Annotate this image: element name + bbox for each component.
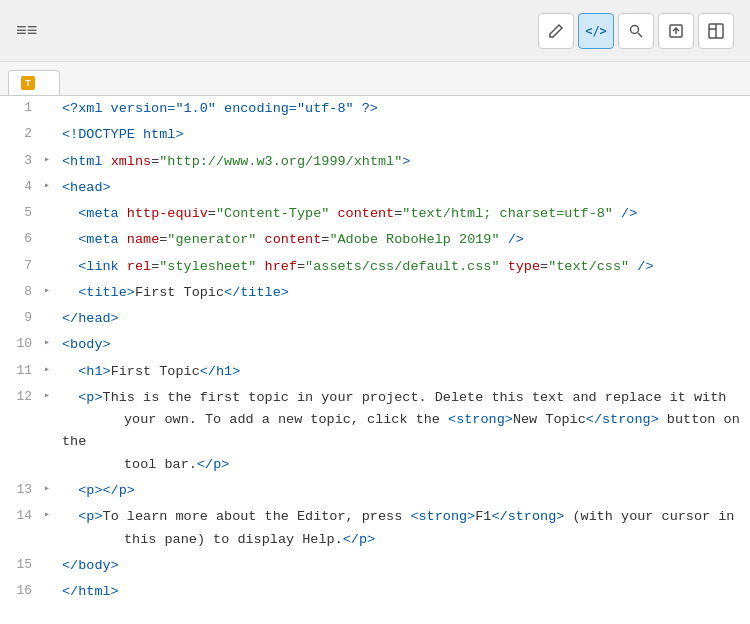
code-line-content[interactable]: <p>To learn more about the Editor, press… [62, 504, 750, 553]
line-number: 15 [0, 553, 44, 576]
code-line-content[interactable]: <p>This is the first topic in your proje… [62, 385, 750, 478]
fold-arrow-icon[interactable]: ▸ [44, 389, 50, 401]
code-line-content[interactable]: <meta http-equiv="Content-Type" content=… [62, 201, 750, 227]
code-row: 6 <meta name="generator" content="Adobe … [0, 227, 750, 253]
gutter-fold[interactable]: ▸ [44, 385, 62, 401]
fold-arrow-icon[interactable]: ▸ [44, 482, 50, 494]
code-line-content[interactable]: <title>First Topic</title> [62, 280, 750, 306]
line-number: 3 [0, 149, 44, 172]
line-number: 12 [0, 385, 44, 408]
code-line-content[interactable]: <p></p> [62, 478, 750, 504]
code-line-content[interactable]: <h1>First Topic</h1> [62, 359, 750, 385]
code-row: 14▸ <p>To learn more about the Editor, p… [0, 504, 750, 553]
gutter-fold[interactable]: ▸ [44, 332, 62, 348]
gutter-fold[interactable]: ▸ [44, 478, 62, 494]
line-number: 8 [0, 280, 44, 303]
fold-arrow-icon[interactable]: ▸ [44, 179, 50, 191]
code-row: 10▸<body> [0, 332, 750, 358]
line-number: 1 [0, 96, 44, 119]
gutter-fold[interactable]: ▸ [44, 175, 62, 191]
search-icon [628, 23, 644, 39]
line-number: 10 [0, 332, 44, 355]
gutter-fold [44, 553, 62, 557]
line-number: 7 [0, 254, 44, 277]
code-line-content[interactable]: </body> [62, 553, 750, 579]
code-button[interactable]: </> [578, 13, 614, 49]
code-row: 11▸ <h1>First Topic</h1> [0, 359, 750, 385]
code-row: 12▸ <p>This is the first topic in your p… [0, 385, 750, 478]
fold-arrow-icon[interactable]: ▸ [44, 508, 50, 520]
toolbar: ≡≡ </> [0, 0, 750, 62]
code-line-content[interactable]: <link rel="stylesheet" href="assets/css/… [62, 254, 750, 280]
code-line-content[interactable]: <!DOCTYPE html> [62, 122, 750, 148]
line-number: 9 [0, 306, 44, 329]
code-row: 9</head> [0, 306, 750, 332]
fold-arrow-icon[interactable]: ▸ [44, 336, 50, 348]
line-number: 2 [0, 122, 44, 145]
line-number: 4 [0, 175, 44, 198]
code-row: 16</html> [0, 579, 750, 605]
line-number: 13 [0, 478, 44, 501]
code-editor: 1<?xml version="1.0" encoding="utf-8" ?>… [0, 96, 750, 624]
code-line-content[interactable]: <html xmlns="http://www.w3.org/1999/xhtm… [62, 149, 750, 175]
code-row: 8▸ <title>First Topic</title> [0, 280, 750, 306]
line-number: 6 [0, 227, 44, 250]
edit-icon [548, 23, 564, 39]
code-row: 2<!DOCTYPE html> [0, 122, 750, 148]
gutter-fold [44, 227, 62, 231]
list-icon: ≡≡ [16, 21, 38, 41]
layout-button[interactable] [698, 13, 734, 49]
code-line-content[interactable]: </head> [62, 306, 750, 332]
fold-arrow-icon[interactable]: ▸ [44, 153, 50, 165]
toolbar-right: </> [538, 13, 734, 49]
code-row: 15</body> [0, 553, 750, 579]
line-number: 14 [0, 504, 44, 527]
gutter-fold [44, 122, 62, 126]
gutter-fold [44, 96, 62, 100]
line-number: 11 [0, 359, 44, 382]
layout-icon [708, 23, 724, 39]
gutter-fold [44, 306, 62, 310]
code-row: 5 <meta http-equiv="Content-Type" conten… [0, 201, 750, 227]
code-view-icon: </> [585, 24, 607, 38]
code-line-content[interactable]: <head> [62, 175, 750, 201]
gutter-fold[interactable]: ▸ [44, 359, 62, 375]
tab-file-icon: T [21, 76, 35, 90]
code-row: 13▸ <p></p> [0, 478, 750, 504]
gutter-fold [44, 201, 62, 205]
tab-bar: T [0, 62, 750, 96]
svg-line-1 [638, 33, 642, 37]
code-line-content[interactable]: <body> [62, 332, 750, 358]
fold-arrow-icon[interactable]: ▸ [44, 284, 50, 296]
code-row: 7 <link rel="stylesheet" href="assets/cs… [0, 254, 750, 280]
export-button[interactable] [658, 13, 694, 49]
edit-button[interactable] [538, 13, 574, 49]
fold-arrow-icon[interactable]: ▸ [44, 363, 50, 375]
code-row: 1<?xml version="1.0" encoding="utf-8" ?> [0, 96, 750, 122]
code-line-content[interactable]: <?xml version="1.0" encoding="utf-8" ?> [62, 96, 750, 122]
gutter-fold[interactable]: ▸ [44, 504, 62, 520]
code-lines-container: 1<?xml version="1.0" encoding="utf-8" ?>… [0, 96, 750, 605]
gutter-fold[interactable]: ▸ [44, 149, 62, 165]
svg-point-0 [631, 25, 639, 33]
code-line-content[interactable]: </html> [62, 579, 750, 605]
export-icon [668, 23, 684, 39]
tab-first-topic[interactable]: T [8, 70, 60, 95]
gutter-fold [44, 579, 62, 583]
gutter-fold[interactable]: ▸ [44, 280, 62, 296]
line-number: 16 [0, 579, 44, 602]
line-number: 5 [0, 201, 44, 224]
code-row: 3▸<html xmlns="http://www.w3.org/1999/xh… [0, 149, 750, 175]
code-row: 4▸<head> [0, 175, 750, 201]
gutter-fold [44, 254, 62, 258]
toolbar-left: ≡≡ [16, 21, 38, 41]
code-line-content[interactable]: <meta name="generator" content="Adobe Ro… [62, 227, 750, 253]
search-button[interactable] [618, 13, 654, 49]
